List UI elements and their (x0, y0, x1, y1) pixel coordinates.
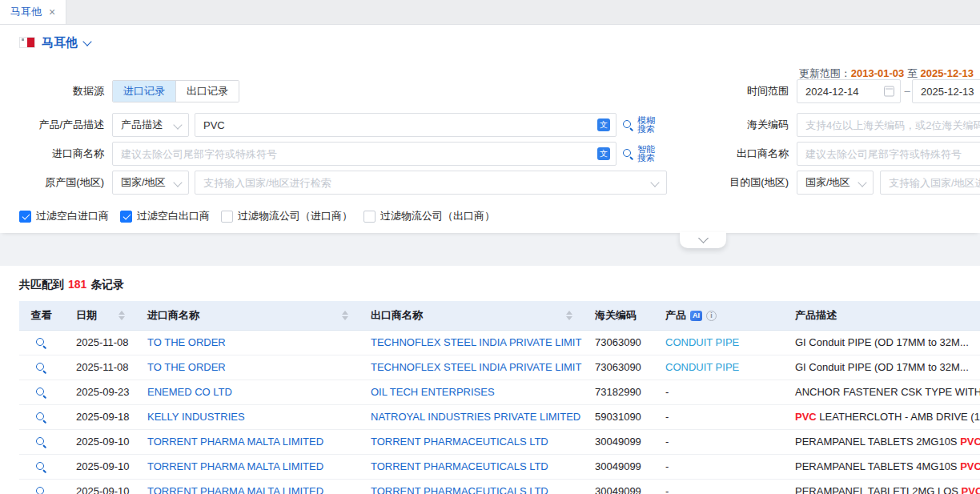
fuzzy-search-label-2: 搜索 (637, 125, 655, 134)
date-end-input[interactable] (912, 79, 980, 103)
checkbox-unchecked-icon[interactable] (221, 211, 233, 223)
exporter-link[interactable]: TORRENT PHARMACEUTICALS LTD (371, 436, 548, 448)
exporter-cell: TORRENT PHARMACEUTICALS LTD (358, 455, 582, 480)
browser-tab-malta[interactable]: 马耳他 × (0, 0, 66, 24)
importer-field: 文 (112, 142, 617, 166)
view-magnifier-icon[interactable] (35, 387, 47, 399)
product-input[interactable] (195, 113, 617, 137)
checkbox-checked-icon[interactable] (120, 211, 132, 223)
exporter-link[interactable]: NATROYAL INDUSTRIES PRIVATE LIMITED (371, 411, 580, 423)
checkbox-label: 过滤空白出口商 (137, 209, 210, 223)
close-icon[interactable]: × (49, 6, 55, 18)
view-cell (19, 380, 63, 405)
description-cell: PERAMPANEL TABLETS 4MG10S PVC... (782, 455, 980, 480)
importer-link[interactable]: KELLY INDUSTRIES (147, 411, 245, 423)
col-hs-code: 海关编码 (582, 301, 653, 331)
desc-text: GI Conduit PIPE (OD 17MM to 32M... (795, 336, 969, 348)
importer-cell: TORRENT PHARMA MALTA LIMITED (135, 480, 358, 494)
summary-prefix: 共匹配到 (19, 278, 64, 291)
exporter-link[interactable]: TECHNOFLEX STEEL INDIA PRIVATE LIMITED (371, 336, 582, 348)
hs-code-cell: 73063090 (582, 331, 653, 355)
exporter-link[interactable]: TORRENT PHARMACEUTICALS LTD (371, 460, 548, 472)
hs-code-cell: 73063090 (582, 355, 653, 380)
view-magnifier-icon[interactable] (35, 412, 47, 424)
exporter-link[interactable]: TORRENT PHARMACEUTICALS LTD (371, 485, 548, 494)
date-cell: 2025-09-10 (63, 480, 135, 494)
sort-icon (342, 311, 348, 320)
product-cell: - (653, 380, 782, 405)
filter-panel: 更新范围：2013-01-03 至 2025-12-13 数据源 进口记录 出口… (0, 60, 980, 233)
translate-icon[interactable]: 文 (597, 118, 610, 131)
results-summary: 共匹配到181条记录 (19, 277, 980, 291)
description-cell: PVC LEATHERCLOTH - AMB DRIVE (1... (782, 405, 980, 430)
checkbox-filter-blank-importer[interactable]: 过滤空白进口商 (19, 209, 109, 223)
checkbox-label: 过滤物流公司（出口商） (380, 209, 495, 223)
origin-input[interactable] (195, 171, 667, 195)
checkbox-filter-logistics-exporter[interactable]: 过滤物流公司（出口商） (363, 209, 495, 223)
sort-icon (566, 311, 572, 320)
importer-link[interactable]: TO THE ORDER (147, 336, 226, 348)
product-cell: - (653, 430, 782, 455)
tab-export-records[interactable]: 出口记录 (175, 81, 239, 102)
description-cell: ANCHOR FASTENER CSK TYPE WITH ... (782, 380, 980, 405)
desc-highlight: PVC (960, 436, 980, 448)
tab-import-records[interactable]: 进口记录 (113, 81, 175, 102)
table-row: 2025-09-18 KELLY INDUSTRIES NATROYAL IND… (19, 405, 980, 430)
destination-input[interactable] (880, 171, 980, 195)
desc-text: PERAMPANEL TABLETS 2MG10S (795, 436, 960, 448)
view-magnifier-icon[interactable] (35, 461, 47, 473)
col-exporter[interactable]: 出口商名称 (358, 301, 582, 331)
importer-link[interactable]: TO THE ORDER (147, 361, 226, 373)
view-cell (19, 331, 63, 355)
search-icon (622, 119, 634, 131)
destination-type-value: 国家/地区 (805, 175, 850, 190)
hs-code-label: 海关编码 (689, 113, 789, 137)
date-cell: 2025-09-23 (63, 380, 135, 405)
exporter-link[interactable]: TECHNOFLEX STEEL INDIA PRIVATE LIMITED (371, 361, 582, 373)
col-importer[interactable]: 进口商名称 (135, 301, 358, 331)
smart-search-label-2: 搜索 (637, 154, 655, 163)
chevron-down-icon[interactable] (82, 37, 91, 46)
checkbox-checked-icon[interactable] (19, 211, 31, 223)
hs-code-cell: 73182990 (582, 380, 653, 405)
importer-cell: TO THE ORDER (135, 355, 358, 380)
checkbox-unchecked-icon[interactable] (363, 211, 376, 223)
smart-search-button[interactable]: 智能 搜索 (622, 142, 655, 166)
tab-strip: 马耳他 × (0, 0, 980, 25)
desc-highlight: PVC (795, 411, 817, 423)
importer-input[interactable] (112, 142, 617, 166)
view-magnifier-icon[interactable] (35, 362, 47, 374)
exporter-link[interactable]: OIL TECH ENTERPRISES (371, 386, 495, 398)
view-cell (19, 455, 63, 480)
destination-type-select[interactable]: 国家/地区 (797, 171, 874, 195)
exporter-input[interactable] (797, 142, 980, 166)
exporter-cell: TORRENT PHARMACEUTICALS LTD (358, 430, 582, 455)
product-link[interactable]: CONDUIT PIPE (665, 336, 739, 348)
origin-type-value: 国家/地区 (121, 175, 166, 190)
checkbox-filter-logistics-importer[interactable]: 过滤物流公司（进口商） (221, 209, 352, 223)
product-type-select[interactable]: 产品描述 (112, 113, 189, 137)
importer-link[interactable]: TORRENT PHARMA MALTA LIMITED (147, 460, 323, 472)
importer-link[interactable]: ENEMED CO LTD (147, 386, 232, 398)
col-date[interactable]: 日期 (63, 301, 135, 331)
desc-text: ANCHOR FASTENER CSK TYPE WITH ... (795, 386, 980, 398)
translate-icon[interactable]: 文 (597, 147, 610, 160)
importer-link[interactable]: TORRENT PHARMA MALTA LIMITED (147, 436, 323, 448)
source-label: 数据源 (0, 79, 104, 103)
info-icon[interactable]: i (706, 311, 717, 321)
table-row: 2025-11-08 TO THE ORDER TECHNOFLEX STEEL… (19, 331, 980, 355)
hs-code-cell: 30049099 (582, 455, 653, 480)
fuzzy-search-button[interactable]: 模糊 搜索 (622, 113, 655, 137)
origin-field (195, 171, 667, 195)
hs-code-input[interactable] (797, 113, 980, 137)
view-magnifier-icon[interactable] (35, 337, 47, 349)
product-label: 产品/产品描述 (0, 113, 104, 137)
product-link[interactable]: CONDUIT PIPE (665, 361, 739, 373)
origin-type-select[interactable]: 国家/地区 (112, 171, 189, 195)
checkbox-filter-blank-exporter[interactable]: 过滤空白出口商 (120, 209, 210, 223)
importer-link[interactable]: TORRENT PHARMA MALTA LIMITED (147, 485, 323, 494)
view-magnifier-icon[interactable] (35, 436, 47, 448)
collapse-panel-button[interactable] (680, 232, 726, 248)
view-magnifier-icon[interactable] (35, 486, 47, 494)
destination-field (880, 171, 980, 195)
